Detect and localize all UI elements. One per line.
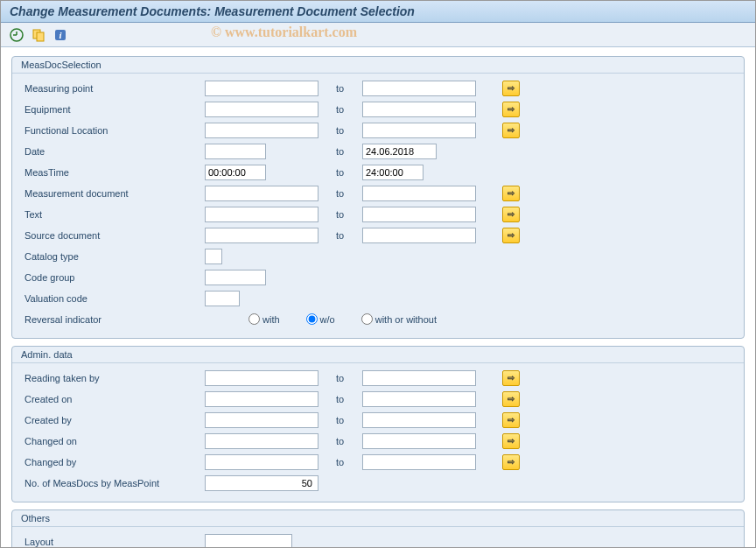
admin-group: Admin. data Reading taken by to ⇨ Create… <box>11 346 745 502</box>
to-label: to <box>318 230 362 241</box>
date-from[interactable] <box>205 144 266 159</box>
layout-input[interactable] <box>205 534 292 549</box>
source-document-multi[interactable]: ⇨ <box>502 228 520 243</box>
text-multi[interactable]: ⇨ <box>502 207 520 222</box>
equipment-multi[interactable]: ⇨ <box>502 102 520 117</box>
meastime-label: MeasTime <box>21 167 205 178</box>
to-label: to <box>318 188 362 199</box>
reversal-wo-label: w/o <box>320 314 335 325</box>
toolbar: i © www.tutorialkart.com <box>1 23 755 47</box>
measurement-document-from[interactable] <box>205 186 318 201</box>
page-title: Change Measurement Documents: Measuremen… <box>10 4 746 18</box>
functional-location-label: Functional Location <box>21 125 205 136</box>
text-to[interactable] <box>362 207 476 222</box>
changed-on-multi[interactable]: ⇨ <box>502 433 520 449</box>
watermark: © www.tutorialkart.com <box>211 25 357 40</box>
meastime-row: MeasTime to <box>21 163 735 181</box>
equipment-to[interactable] <box>362 102 476 117</box>
reading-taken-by-row: Reading taken by to ⇨ <box>21 369 735 387</box>
equipment-from[interactable] <box>205 102 318 117</box>
to-label: to <box>318 436 362 446</box>
others-header: Others <box>12 510 744 527</box>
meastime-to[interactable] <box>362 165 424 180</box>
reversal-wo-input[interactable] <box>306 313 318 325</box>
catalog-type-row: Catalog type <box>21 247 735 265</box>
created-by-to[interactable] <box>362 412 476 428</box>
date-label: Date <box>21 146 205 157</box>
functional-location-to[interactable] <box>362 123 476 138</box>
reversal-with-input[interactable] <box>248 313 260 325</box>
changed-on-to[interactable] <box>362 433 476 449</box>
text-from[interactable] <box>205 207 318 222</box>
code-group-input[interactable] <box>205 270 266 285</box>
created-by-from[interactable] <box>205 412 318 428</box>
changed-by-multi[interactable]: ⇨ <box>502 454 520 470</box>
measurement-document-multi[interactable]: ⇨ <box>502 186 520 201</box>
changed-by-from[interactable] <box>205 454 318 470</box>
created-on-row: Created on to ⇨ <box>21 390 735 408</box>
created-on-label: Created on <box>21 394 205 404</box>
measuring-point-row: Measuring point to ⇨ <box>21 79 735 97</box>
source-document-label: Source document <box>21 230 205 241</box>
functional-location-from[interactable] <box>205 123 318 138</box>
to-label: to <box>318 457 362 467</box>
created-on-to[interactable] <box>362 391 476 407</box>
reversal-with-radio[interactable]: with <box>248 313 280 325</box>
to-label: to <box>318 104 362 115</box>
changed-on-from[interactable] <box>205 433 318 449</box>
changed-on-label: Changed on <box>21 436 205 446</box>
reading-taken-by-from[interactable] <box>205 370 318 386</box>
created-on-multi[interactable]: ⇨ <box>502 391 520 407</box>
reading-taken-by-multi[interactable]: ⇨ <box>502 370 520 386</box>
catalog-type-label: Catalog type <box>21 251 205 262</box>
measurement-document-to[interactable] <box>362 186 476 201</box>
measuring-point-from[interactable] <box>205 81 318 96</box>
equipment-row: Equipment to ⇨ <box>21 100 735 118</box>
to-label: to <box>318 394 362 404</box>
reversal-wo-radio[interactable]: w/o <box>306 313 335 325</box>
reversal-withorwithout-label: with or without <box>375 314 437 325</box>
equipment-label: Equipment <box>21 104 205 115</box>
no-measdocs-input[interactable] <box>205 475 318 491</box>
text-label: Text <box>21 209 205 220</box>
source-document-from[interactable] <box>205 228 318 243</box>
created-on-from[interactable] <box>205 391 318 407</box>
to-label: to <box>318 83 362 94</box>
reversal-withorwithout-radio[interactable]: with or without <box>361 313 437 325</box>
reading-taken-by-to[interactable] <box>362 370 476 386</box>
reversal-withorwithout-input[interactable] <box>361 313 373 325</box>
content: MeasDocSelection Measuring point to ⇨ Eq… <box>1 47 755 548</box>
execute-icon[interactable] <box>8 26 25 44</box>
no-measdocs-row: No. of MeasDocs by MeasPoint <box>21 474 735 492</box>
reading-taken-by-label: Reading taken by <box>21 373 205 383</box>
functional-location-multi[interactable]: ⇨ <box>502 123 520 138</box>
measurement-document-label: Measurement document <box>21 188 205 199</box>
measdoc-header: MeasDocSelection <box>12 57 744 74</box>
variant-icon[interactable] <box>30 26 47 44</box>
catalog-type-input[interactable] <box>205 249 222 264</box>
admin-header: Admin. data <box>12 347 744 363</box>
measdoc-group: MeasDocSelection Measuring point to ⇨ Eq… <box>11 56 745 339</box>
code-group-label: Code group <box>21 272 205 283</box>
measuring-point-multi[interactable]: ⇨ <box>502 81 520 96</box>
created-by-multi[interactable]: ⇨ <box>502 412 520 428</box>
layout-label: Layout <box>21 537 205 547</box>
measuring-point-to[interactable] <box>362 81 476 96</box>
valuation-code-input[interactable] <box>205 291 240 306</box>
date-to[interactable] <box>362 144 437 159</box>
changed-by-to[interactable] <box>362 454 476 470</box>
to-label: to <box>318 415 362 425</box>
source-document-to[interactable] <box>362 228 476 243</box>
to-label: to <box>318 373 362 383</box>
reversal-with-label: with <box>262 314 280 325</box>
meastime-from[interactable] <box>205 165 266 180</box>
no-measdocs-label: No. of MeasDocs by MeasPoint <box>21 478 205 488</box>
code-group-row: Code group <box>21 268 735 286</box>
svg-rect-4 <box>37 32 44 41</box>
changed-by-row: Changed by to ⇨ <box>21 453 735 471</box>
to-label: to <box>318 209 362 220</box>
info-icon[interactable]: i <box>52 26 69 44</box>
valuation-code-row: Valuation code <box>21 289 735 307</box>
created-by-row: Created by to ⇨ <box>21 411 735 429</box>
to-label: to <box>318 146 362 157</box>
